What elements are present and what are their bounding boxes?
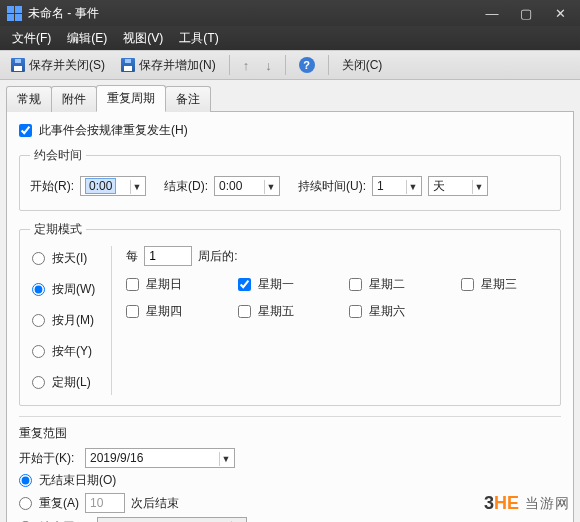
start-time-value: 0:00	[85, 178, 116, 194]
weekday-grid: 星期日 星期一 星期二 星期三 星期四 星期五 星期六	[126, 276, 550, 320]
pattern-yearly-radio[interactable]	[32, 345, 45, 358]
end-time-combo[interactable]: 0:00 ▼	[214, 176, 280, 196]
appointment-time-group: 约会时间 开始(R): 0:00 ▼ 结束(D): 0:00 ▼ 持续时间(U)…	[19, 147, 561, 211]
watermark: 3HE 当游网	[484, 493, 570, 514]
maximize-button[interactable]: ▢	[512, 4, 540, 22]
prev-item-button[interactable]: ↑	[236, 53, 257, 77]
recurrence-panel: 此事件会按规律重复发生(H) 约会时间 开始(R): 0:00 ▼ 结束(D):…	[6, 111, 574, 522]
recurs-label: 此事件会按规律重复发生(H)	[39, 122, 188, 139]
save-and-close-button[interactable]: 保存并关闭(S)	[4, 53, 112, 77]
save-icon	[11, 58, 25, 72]
app-icon	[6, 5, 22, 21]
day-sat-checkbox[interactable]	[349, 305, 362, 318]
recurrence-pattern-group: 定期模式 按天(I) 按周(W) 按月(M) 按年(Y) 定期(L) 每 周后的…	[19, 221, 561, 406]
close-label: 关闭(C)	[342, 57, 383, 74]
recurs-checkbox[interactable]	[19, 124, 32, 137]
next-item-button[interactable]: ↓	[258, 53, 279, 77]
pattern-weekly-radio[interactable]	[32, 283, 45, 296]
day-tue-checkbox[interactable]	[349, 278, 362, 291]
end-after-suffix: 次后结束	[131, 495, 179, 512]
tab-notes[interactable]: 备注	[165, 86, 211, 112]
pattern-monthly-radio[interactable]	[32, 314, 45, 327]
save-icon	[121, 58, 135, 72]
toolbar: 保存并关闭(S) 保存并增加(N) ↑ ↓ ? 关闭(C)	[0, 50, 580, 80]
pattern-daily-radio[interactable]	[32, 252, 45, 265]
tab-general[interactable]: 常规	[6, 86, 52, 112]
pattern-type-radios: 按天(I) 按周(W) 按月(M) 按年(Y) 定期(L)	[30, 246, 97, 395]
tab-strip: 常规 附件 重复周期 备注	[0, 80, 580, 111]
range-start-date[interactable]: 2019/9/16 ▼	[85, 448, 235, 468]
start-time-combo[interactable]: 0:00 ▼	[80, 176, 146, 196]
duration-value: 1	[377, 179, 384, 193]
day-fri-checkbox[interactable]	[238, 305, 251, 318]
menu-view[interactable]: 视图(V)	[117, 28, 169, 49]
recurs-checkbox-row: 此事件会按规律重复发生(H)	[19, 122, 561, 139]
duration-label: 持续时间(U):	[298, 178, 366, 195]
dropdown-icon: ▼	[219, 452, 232, 466]
minimize-button[interactable]: —	[478, 4, 506, 22]
appointment-time-legend: 约会时间	[30, 147, 86, 164]
dropdown-icon: ▼	[264, 180, 277, 194]
duration-unit-combo[interactable]: 天 ▼	[428, 176, 488, 196]
up-arrow-icon: ↑	[243, 58, 250, 73]
recurrence-range-group: 重复范围 开始于(K): 2019/9/16 ▼ 无结束日期(O) 重复(A) …	[19, 425, 561, 522]
no-end-date-radio[interactable]	[19, 474, 32, 487]
weeks-interval-input[interactable]	[144, 246, 192, 266]
range-legend: 重复范围	[19, 425, 561, 442]
title-bar: 未命名 - 事件 — ▢ ✕	[0, 0, 580, 26]
save-close-label: 保存并关闭(S)	[29, 57, 105, 74]
pattern-regen-radio[interactable]	[32, 376, 45, 389]
end-by-date: 2019/11/18 ▼	[97, 517, 247, 522]
start-time-label: 开始(R):	[30, 178, 74, 195]
end-time-value: 0:00	[219, 179, 242, 193]
help-button[interactable]: ?	[292, 53, 322, 77]
menu-file[interactable]: 文件(F)	[6, 28, 57, 49]
recurrence-pattern-legend: 定期模式	[30, 221, 86, 238]
end-time-label: 结束(D):	[164, 178, 208, 195]
end-after-radio[interactable]	[19, 497, 32, 510]
toolbar-separator	[285, 55, 286, 75]
day-sun-checkbox[interactable]	[126, 278, 139, 291]
day-thu-checkbox[interactable]	[126, 305, 139, 318]
dropdown-icon: ▼	[130, 180, 143, 194]
range-start-label: 开始于(K):	[19, 450, 79, 467]
tab-recurrence[interactable]: 重复周期	[96, 85, 166, 112]
menu-edit[interactable]: 编辑(E)	[61, 28, 113, 49]
toolbar-separator	[229, 55, 230, 75]
day-mon-checkbox[interactable]	[238, 278, 251, 291]
save-add-label: 保存并增加(N)	[139, 57, 216, 74]
every-label: 每	[126, 248, 138, 265]
tab-attachments[interactable]: 附件	[51, 86, 97, 112]
vertical-separator	[111, 246, 112, 395]
duration-value-combo[interactable]: 1 ▼	[372, 176, 422, 196]
divider	[19, 416, 561, 417]
dropdown-icon: ▼	[472, 180, 485, 194]
toolbar-separator	[328, 55, 329, 75]
window-title: 未命名 - 事件	[28, 5, 99, 22]
app-window: 未命名 - 事件 — ▢ ✕ 文件(F) 编辑(E) 视图(V) 工具(T) 保…	[0, 0, 580, 522]
down-arrow-icon: ↓	[265, 58, 272, 73]
menu-bar: 文件(F) 编辑(E) 视图(V) 工具(T)	[0, 26, 580, 50]
dropdown-icon: ▼	[406, 180, 419, 194]
weeks-suffix-label: 周后的:	[198, 248, 237, 265]
end-after-count	[85, 493, 125, 513]
day-wed-checkbox[interactable]	[461, 278, 474, 291]
close-button[interactable]: 关闭(C)	[335, 53, 390, 77]
help-icon: ?	[299, 57, 315, 73]
close-window-button[interactable]: ✕	[546, 4, 574, 22]
duration-unit: 天	[433, 178, 445, 195]
save-and-add-button[interactable]: 保存并增加(N)	[114, 53, 223, 77]
menu-tools[interactable]: 工具(T)	[173, 28, 224, 49]
